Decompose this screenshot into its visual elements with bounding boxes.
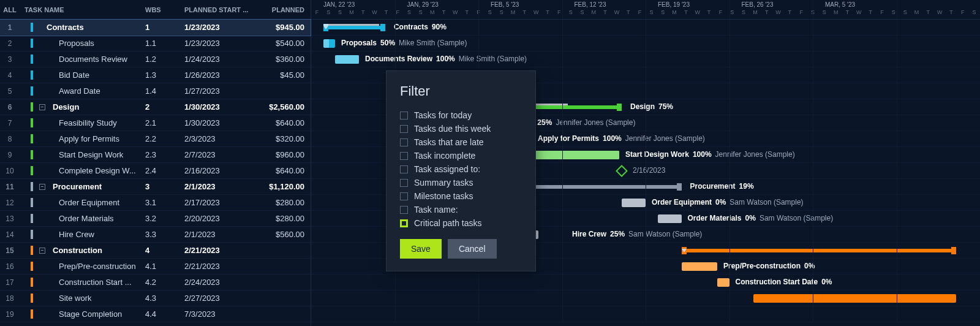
cell-start[interactable]: 1/24/2023 [182, 55, 255, 64]
cell-task-name[interactable]: Award Date [20, 86, 145, 96]
cell-task-name[interactable]: Construction Start ... [20, 278, 145, 287]
cell-start[interactable]: 2/21/2023 [182, 262, 255, 271]
filter-option[interactable]: Milestone tasks [400, 191, 522, 201]
cell-task-name[interactable]: Prep/Pre-construction [20, 262, 145, 271]
col-start[interactable]: PLANNED START ... [182, 6, 255, 13]
checkbox[interactable] [400, 206, 408, 214]
task-bar[interactable] [717, 278, 729, 287]
table-row[interactable]: 6−Design21/30/2023$2,560.00 [0, 99, 311, 115]
cell-start[interactable]: 1/23/2023 [182, 23, 255, 32]
task-bar[interactable] [622, 199, 646, 207]
milestone-diamond[interactable] [616, 165, 628, 177]
cell-start[interactable]: 2/3/2023 [182, 134, 255, 143]
collapse-toggle[interactable]: − [39, 248, 45, 254]
table-row[interactable]: 11−Procurement32/1/2023$1,120.00 [0, 179, 311, 195]
task-bar[interactable] [682, 262, 718, 271]
cell-wbs[interactable]: 1.2 [145, 55, 182, 64]
col-planned[interactable]: PLANNED [255, 6, 311, 13]
table-row[interactable]: 15−Construction42/21/2023 [0, 243, 311, 259]
table-row[interactable]: 17Construction Start ...4.22/24/2023 [0, 275, 311, 290]
save-button[interactable]: Save [400, 239, 442, 259]
cell-wbs[interactable]: 2 [145, 102, 182, 112]
cell-start[interactable]: 2/21/2023 [182, 246, 255, 255]
collapse-toggle[interactable]: − [39, 104, 45, 110]
table-row[interactable]: 12Order Equipment3.12/17/2023$280.00 [0, 195, 311, 211]
checkbox[interactable] [400, 165, 408, 173]
table-row[interactable]: 10Complete Design W...2.42/16/2023$640.0… [0, 163, 311, 179]
filter-option[interactable]: Task incomplete [400, 151, 522, 161]
cell-start[interactable]: 2/16/2023 [182, 166, 255, 175]
cell-start[interactable]: 1/27/2023 [182, 86, 255, 96]
task-bar[interactable] [323, 39, 336, 48]
cell-start[interactable]: 2/1/2023 [182, 230, 255, 239]
checkbox[interactable] [400, 125, 408, 133]
task-bar[interactable] [658, 214, 682, 223]
col-name[interactable]: TASK NAME [20, 6, 145, 13]
cell-start[interactable]: 2/7/2023 [182, 150, 255, 159]
cell-planned[interactable]: $2,560.00 [255, 102, 311, 112]
cell-planned[interactable]: $640.00 [255, 166, 311, 175]
cell-wbs[interactable]: 4 [145, 246, 182, 255]
filter-option[interactable]: Tasks that are late [400, 137, 522, 147]
cell-planned[interactable]: $540.00 [255, 39, 311, 48]
cell-wbs[interactable]: 1 [145, 23, 182, 32]
table-row[interactable]: 5Award Date1.41/27/2023 [0, 83, 311, 99]
filter-option[interactable]: Summary tasks [400, 178, 522, 188]
cell-wbs[interactable]: 3.1 [145, 198, 182, 207]
cell-start[interactable]: 2/24/2023 [182, 278, 255, 287]
cell-planned[interactable]: $560.00 [255, 230, 311, 239]
table-row[interactable]: 9Start Design Work2.32/7/2023$960.00 [0, 147, 311, 163]
cell-task-name[interactable]: Start Design Work [20, 150, 145, 159]
checkbox[interactable] [400, 138, 408, 146]
summary-bar[interactable] [682, 249, 957, 252]
table-row[interactable]: 16Prep/Pre-construction4.12/21/2023 [0, 259, 311, 275]
cell-start[interactable]: 2/1/2023 [182, 182, 255, 191]
table-row[interactable]: 18Site work4.32/27/2023 [0, 290, 311, 306]
table-row[interactable]: 19Stage Completion4.47/3/2023 [0, 306, 311, 322]
task-bar[interactable] [753, 294, 957, 303]
filter-option[interactable]: Critical path tasks [400, 218, 522, 228]
cell-planned[interactable]: $45.00 [255, 70, 311, 80]
table-row[interactable]: 2Proposals1.11/23/2023$540.00 [0, 36, 311, 51]
table-row[interactable]: 7Feasibility Study2.11/30/2023$640.00 [0, 115, 311, 131]
cell-start[interactable]: 2/27/2023 [182, 294, 255, 303]
cell-wbs[interactable]: 4.2 [145, 278, 182, 287]
cell-task-name[interactable]: Hire Crew [20, 230, 145, 239]
cell-start[interactable]: 2/20/2023 [182, 214, 255, 223]
cell-wbs[interactable]: 1.4 [145, 86, 182, 96]
summary-bar[interactable] [323, 26, 385, 29]
task-bar[interactable] [335, 55, 359, 64]
cell-wbs[interactable]: 4.3 [145, 294, 182, 303]
cell-start[interactable]: 7/3/2023 [182, 309, 255, 319]
col-wbs[interactable]: WBS [145, 6, 182, 13]
cell-task-name[interactable]: Apply for Permits [20, 134, 145, 143]
cancel-button[interactable]: Cancel [448, 239, 497, 259]
cell-wbs[interactable]: 4.4 [145, 309, 182, 319]
table-row[interactable]: 1Contracts11/23/2023$945.00 [0, 20, 311, 36]
cell-planned[interactable]: $1,120.00 [255, 182, 311, 191]
filter-option[interactable]: Task name: [400, 205, 522, 214]
col-all[interactable]: ALL [0, 6, 20, 13]
cell-wbs[interactable]: 1.3 [145, 70, 182, 80]
filter-option[interactable]: Tasks for today [400, 110, 522, 120]
table-row[interactable]: 8Apply for Permits2.22/3/2023$320.00 [0, 131, 311, 147]
cell-task-name[interactable]: −Procurement [20, 182, 145, 191]
cell-task-name[interactable]: Complete Design W... [20, 166, 145, 175]
table-row[interactable]: 3Documents Review1.21/24/2023$360.00 [0, 51, 311, 67]
cell-wbs[interactable]: 1.1 [145, 39, 182, 48]
cell-task-name[interactable]: −Design [20, 102, 145, 112]
cell-planned[interactable]: $280.00 [255, 214, 311, 223]
cell-wbs[interactable]: 3.2 [145, 214, 182, 223]
cell-planned[interactable]: $945.00 [255, 23, 311, 32]
checkbox[interactable] [400, 179, 408, 187]
cell-planned[interactable]: $960.00 [255, 150, 311, 159]
cell-task-name[interactable]: Contracts [20, 23, 145, 32]
cell-wbs[interactable]: 2.2 [145, 134, 182, 143]
cell-wbs[interactable]: 2.1 [145, 118, 182, 127]
checkbox[interactable] [400, 152, 408, 160]
cell-planned[interactable]: $360.00 [255, 55, 311, 64]
cell-start[interactable]: 2/17/2023 [182, 198, 255, 207]
filter-option[interactable]: Task assigned to: [400, 164, 522, 174]
cell-wbs[interactable]: 2.4 [145, 166, 182, 175]
cell-task-name[interactable]: Site work [20, 294, 145, 303]
